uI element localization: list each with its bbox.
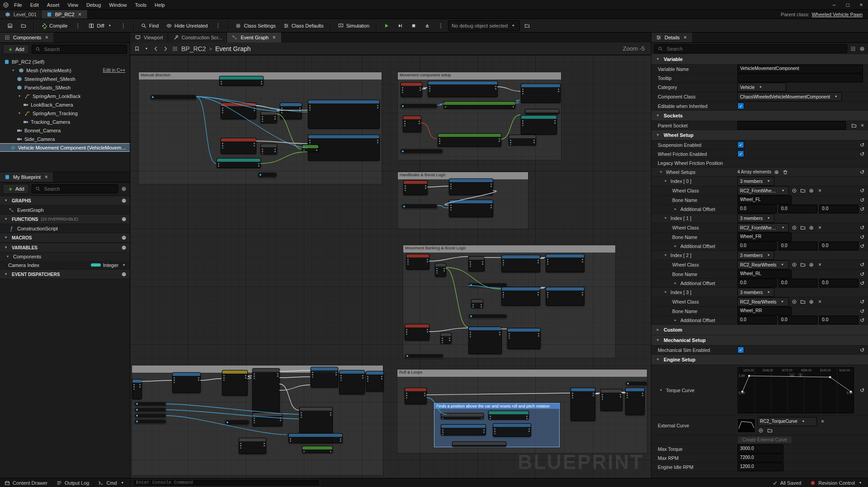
members-dropdown[interactable]: 3 members▾: [737, 214, 774, 223]
section-functions[interactable]: ▾FUNCTIONS(23 OVERRIDABLE)⊕: [0, 214, 130, 224]
play-button[interactable]: [380, 21, 393, 31]
component-row-vehicle-movement-component-vehiclemovementcomp[interactable]: Vehicle Movement Component (VehicleMovem…: [0, 143, 130, 152]
offset-field[interactable]: 0.0: [737, 316, 777, 324]
members-dropdown[interactable]: 3 members▾: [737, 177, 774, 186]
reset-to-default-icon[interactable]: ↺: [859, 299, 866, 305]
variable-category-components[interactable]: ▾Components: [0, 253, 130, 261]
add-element-icon[interactable]: ⊕: [773, 169, 780, 175]
reset-to-default-icon[interactable]: ↺: [859, 142, 866, 148]
menu-asset[interactable]: Asset: [43, 1, 64, 9]
graph-node[interactable]: [571, 388, 595, 421]
offset-field[interactable]: 0.0: [737, 242, 777, 250]
reset-to-default-icon[interactable]: ↺: [859, 206, 866, 212]
section-graphs[interactable]: ▾GRAPHS⊕: [0, 196, 130, 206]
graph-node[interactable]: [428, 81, 498, 97]
browse-to-asset-icon[interactable]: [799, 299, 806, 305]
close-panel-icon[interactable]: ×: [683, 35, 688, 40]
graph-node[interactable]: [252, 368, 280, 412]
offset-field[interactable]: 0.0: [778, 205, 818, 213]
component-row-bp-rc2-self[interactable]: BP_RC2 (Self): [0, 57, 130, 66]
graph-node[interactable]: [217, 158, 261, 168]
note-comment[interactable]: Finds a position above the car and reset…: [434, 403, 560, 447]
browse-socket-icon[interactable]: [850, 122, 857, 129]
graph-node[interactable]: [441, 424, 486, 435]
graph-node[interactable]: [302, 446, 333, 453]
reset-to-default-icon[interactable]: ↺: [859, 234, 866, 240]
offset-field[interactable]: 0.0: [819, 242, 859, 250]
component-class-dropdown[interactable]: ChaosWheeledVehicleMovementComponent▾: [737, 92, 842, 101]
menu-edit[interactable]: Edit: [26, 1, 43, 9]
clear-asset-icon[interactable]: ×: [816, 299, 823, 305]
comment-box-movement-component-setup[interactable]: Movement component setup: [397, 72, 561, 160]
graph-node[interactable]: [501, 255, 540, 272]
debug-browse-button[interactable]: [521, 21, 533, 31]
graph-node[interactable]: [440, 332, 452, 344]
browse-to-asset-icon[interactable]: [766, 427, 773, 434]
console-command-input[interactable]: [133, 479, 320, 487]
comment-box-item[interactable]: [132, 365, 383, 476]
clear-socket-icon[interactable]: ×: [859, 122, 866, 129]
checkbox[interactable]: ✓: [737, 150, 744, 157]
clear-asset-icon[interactable]: ×: [816, 262, 823, 268]
tab-bp-rc2[interactable]: BP_RC2 ×: [42, 10, 88, 19]
curve-key[interactable]: [829, 376, 831, 378]
use-selected-asset-icon[interactable]: [791, 225, 797, 231]
graph-node[interactable]: [488, 411, 529, 420]
add-component-button[interactable]: + Add: [3, 44, 29, 54]
component-row-side-camera[interactable]: Side_Camera: [0, 135, 130, 143]
graph-node[interactable]: [258, 172, 277, 178]
curve-key[interactable]: [741, 391, 743, 393]
section-header-variable[interactable]: ▾Variable: [651, 54, 868, 65]
class-defaults-button[interactable]: Class Defaults: [280, 21, 327, 31]
components-panel-tab[interactable]: Components ×: [0, 33, 53, 42]
component-row-springarm-lookback[interactable]: ▾SpringArm_LookBack: [0, 92, 130, 100]
reset-to-default-icon[interactable]: ↺: [859, 387, 866, 393]
content-drawer-button[interactable]: Content Drawer: [0, 478, 52, 487]
graph-node[interactable]: [400, 149, 443, 154]
reset-to-default-icon[interactable]: ↺: [859, 187, 866, 194]
graph-tab-event-graph[interactable]: Event Graph×: [227, 33, 282, 42]
graph-node[interactable]: [221, 103, 256, 119]
graph-node[interactable]: [132, 379, 142, 399]
hide-unrelated-button[interactable]: Hide Unrelated: [163, 21, 211, 31]
blueprint-item-camera-index[interactable]: Camera IndexInteger▾: [0, 261, 130, 269]
graph-node[interactable]: [449, 178, 493, 195]
forward-icon[interactable]: [162, 46, 169, 52]
section-variables[interactable]: ▾VARIABLES⊕: [0, 243, 130, 253]
graph-node[interactable]: [493, 423, 531, 437]
menu-tools[interactable]: Tools: [131, 1, 151, 9]
comment-box-handbrake-boost-logic[interactable]: Handbrake & Boost Logic: [397, 172, 528, 229]
reset-to-default-icon[interactable]: ↺: [859, 308, 866, 314]
component-row-steeringwheel-smesh[interactable]: SteeringWheel_SMesh: [0, 75, 130, 83]
compile-options-button[interactable]: ⋮: [71, 21, 84, 31]
add-event-dispatchers-icon[interactable]: ⊕: [121, 271, 127, 277]
cmd-button[interactable]: Cmd ▾: [94, 478, 130, 487]
graph-node[interactable]: [239, 438, 266, 454]
section-header-sockets[interactable]: ▾Sockets: [651, 111, 868, 121]
breadcrumb-graph[interactable]: Event Graph: [215, 45, 251, 52]
graph-node[interactable]: [449, 200, 493, 217]
close-window-button[interactable]: ×: [854, 0, 868, 10]
reset-to-default-icon[interactable]: ↺: [859, 151, 866, 157]
graph-tab-viewport[interactable]: Viewport: [130, 33, 168, 42]
output-log-button[interactable]: Output Log: [52, 478, 94, 487]
compile-button[interactable]: Compile: [38, 20, 71, 31]
close-tab-icon[interactable]: ×: [77, 12, 83, 17]
graph-node[interactable]: [471, 299, 483, 308]
checkbox[interactable]: ✓: [737, 141, 744, 148]
display-filter-icon[interactable]: [850, 46, 856, 52]
close-tab-icon[interactable]: ×: [271, 35, 277, 40]
graph-options-icon[interactable]: [172, 46, 178, 52]
graph-node[interactable]: [339, 370, 365, 394]
number-field[interactable]: 3000.0: [737, 445, 783, 453]
graph-node[interactable]: [288, 433, 343, 443]
parent-class-link[interactable]: Wheeled Vehicle Pawn: [811, 12, 863, 17]
section-header-engine-setup[interactable]: ▾Engine Setup: [651, 355, 868, 365]
number-field[interactable]: 1200.0: [737, 463, 783, 471]
graph-node[interactable]: [134, 402, 166, 406]
add-functions-icon[interactable]: ⊕: [121, 216, 127, 222]
graph-node[interactable]: [600, 389, 623, 411]
diff-button[interactable]: Diff▾: [85, 21, 116, 31]
graph-node[interactable]: [625, 381, 647, 386]
graph-node[interactable]: [468, 256, 485, 272]
